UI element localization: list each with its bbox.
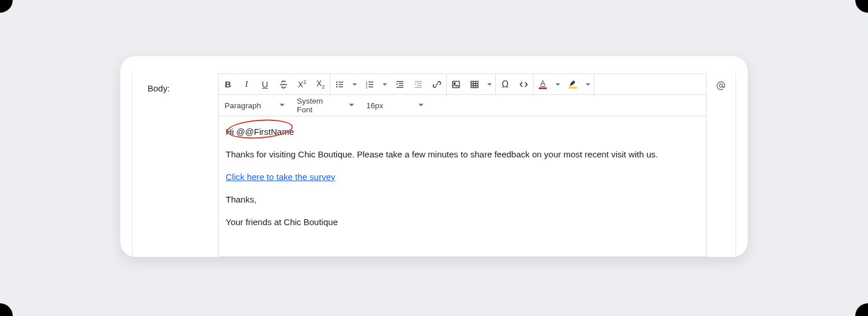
code-button[interactable] [514,74,533,94]
rounded-corner [855,303,868,316]
svg-point-1 [336,83,337,84]
underline-button[interactable]: U [256,74,274,94]
bullet-list-dropdown[interactable] [349,74,361,94]
text-color-dropdown[interactable] [552,74,564,94]
svg-rect-4 [339,84,343,84]
font-family-value: System Font [297,97,340,114]
indent-button[interactable] [409,74,428,94]
svg-point-2 [336,86,337,87]
outdent-button[interactable] [391,74,409,94]
text-color-button[interactable]: A [534,74,552,94]
svg-text:3: 3 [366,85,367,89]
svg-rect-3 [339,82,343,82]
svg-rect-16 [415,81,422,82]
toolbar-row-1: B I U X2 X2 [218,74,707,95]
svg-rect-5 [339,86,343,87]
svg-point-21 [454,82,455,83]
italic-button[interactable]: I [237,74,256,94]
body-label: Body: [133,74,218,257]
svg-rect-22 [471,81,478,87]
svg-rect-10 [369,84,373,84]
link-button[interactable] [428,74,446,94]
svg-point-23 [719,84,722,87]
image-button[interactable] [447,74,465,94]
svg-rect-15 [396,87,403,87]
bullet-list-button[interactable] [330,74,349,94]
svg-rect-9 [369,82,373,82]
svg-rect-18 [417,85,422,86]
table-button[interactable] [465,74,484,94]
content-line-1: Hi @@FirstName [226,126,699,138]
font-size-value: 16px [366,101,383,110]
rounded-corner [855,0,868,13]
highlight-dropdown[interactable] [582,74,594,94]
font-size-select[interactable]: 16px [361,95,430,116]
strikethrough-button[interactable] [274,74,293,94]
svg-rect-11 [369,86,373,87]
numbered-list-dropdown[interactable] [379,74,391,94]
svg-rect-14 [399,85,403,86]
merge-token: @@FirstName [236,127,294,137]
subscript-button[interactable]: X2 [311,74,330,94]
svg-rect-20 [453,81,459,87]
font-family-select[interactable]: System Font [291,95,361,116]
rounded-corner [0,0,13,13]
rounded-corner [0,303,13,316]
numbered-list-button[interactable]: 123 [361,74,379,94]
content-line-5: Your friends at Chic Boutique [226,216,699,228]
block-format-select[interactable]: Paragraph [219,95,291,116]
special-char-button[interactable]: Ω [496,74,514,94]
content-line-4: Thanks, [226,193,699,205]
block-format-value: Paragraph [225,101,261,110]
svg-rect-17 [417,83,422,83]
bold-button[interactable]: B [219,74,237,94]
highlight-button[interactable] [564,74,582,94]
survey-link[interactable]: Click here to take the survey [226,172,335,182]
rich-text-editor: B I U X2 X2 [218,74,707,257]
content-line-2: Thanks for visiting Chic Boutique. Pleas… [226,148,699,160]
table-dropdown[interactable] [484,74,495,94]
editor-card: Body: B I U X2 X2 [120,56,748,257]
editor-content[interactable]: Hi @@FirstName Thanks for visiting Chic … [218,116,707,257]
svg-rect-19 [415,87,422,87]
mention-icon[interactable] [715,80,727,91]
superscript-button[interactable]: X2 [293,74,311,94]
svg-rect-13 [399,83,403,83]
svg-point-0 [336,81,337,82]
toolbar-row-2: Paragraph System Font 16px [218,95,707,116]
svg-rect-12 [396,81,403,82]
